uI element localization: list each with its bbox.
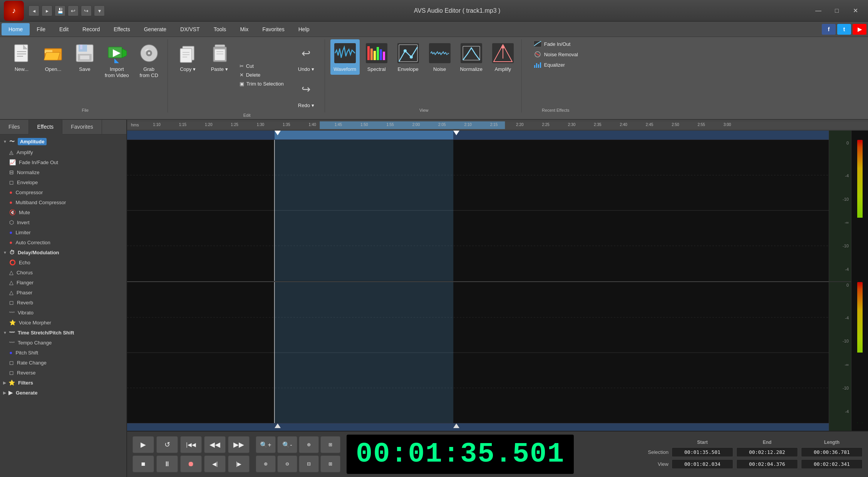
recent-noise-item[interactable]: Noise Removal bbox=[531, 50, 580, 59]
time-stretch-toggle[interactable]: ▼ bbox=[3, 331, 7, 335]
amplitude-toggle[interactable]: ▼ bbox=[3, 139, 7, 144]
menu-mix[interactable]: Mix bbox=[233, 23, 255, 35]
menu-record[interactable]: Record bbox=[75, 23, 107, 35]
trim-button[interactable]: ▣ Trim to Selection bbox=[236, 80, 287, 88]
tree-amplify[interactable]: ◬ Amplify bbox=[0, 147, 126, 157]
tree-rate[interactable]: ◻ Rate Change bbox=[0, 358, 126, 368]
maximize-btn[interactable]: □ bbox=[828, 4, 846, 18]
tree-compressor[interactable]: ● Compressor bbox=[0, 187, 126, 197]
menu-effects[interactable]: Effects bbox=[107, 23, 137, 35]
redo-button[interactable]: ↪ Redo ▾ bbox=[292, 76, 321, 111]
paste-button[interactable]: Paste ▾ bbox=[205, 39, 234, 75]
waveform-view-button[interactable]: Waveform bbox=[330, 39, 360, 75]
tree-filters-group[interactable]: ▶ ⭐ Filters bbox=[0, 378, 126, 388]
forward-btn[interactable]: ▸ bbox=[42, 5, 52, 16]
tab-files[interactable]: Files bbox=[0, 120, 29, 134]
stop-button[interactable]: ■ bbox=[132, 455, 154, 472]
noise-view-button[interactable]: Noise bbox=[425, 39, 454, 75]
pause-button[interactable]: ⏸ bbox=[156, 455, 178, 472]
tree-flanger[interactable]: △ Flanger bbox=[0, 277, 126, 287]
tree-amplitude-group[interactable]: ▼ 〜 Amplitude bbox=[0, 136, 126, 147]
spectral-view-button[interactable]: Spectral bbox=[362, 39, 391, 75]
grab-cd-button[interactable]: Grabfrom CD bbox=[134, 39, 164, 81]
tree-invert[interactable]: ⬡ Invert bbox=[0, 217, 126, 227]
record-button[interactable]: ⏺ bbox=[180, 455, 202, 472]
tree-normalize[interactable]: ⊟ Normalize bbox=[0, 167, 126, 177]
tree-fade[interactable]: 📈 Fade In/Fade Out bbox=[0, 157, 126, 167]
save-button[interactable]: Save bbox=[70, 39, 99, 75]
tree-generate-group[interactable]: ▶ ▶ Generate bbox=[0, 388, 126, 398]
zoom-out-button[interactable]: 🔍- bbox=[277, 436, 297, 453]
selection-end-marker[interactable] bbox=[453, 131, 459, 135]
import-video-button[interactable]: Importfrom Video bbox=[102, 39, 132, 81]
tree-limiter[interactable]: ● Limiter bbox=[0, 227, 126, 237]
selection-start-marker[interactable] bbox=[275, 131, 281, 135]
selection-bar[interactable] bbox=[127, 131, 829, 140]
minimize-btn[interactable]: — bbox=[809, 4, 827, 18]
tree-mute[interactable]: 🔇 Mute bbox=[0, 207, 126, 217]
tab-effects[interactable]: Effects bbox=[29, 120, 63, 134]
menu-help[interactable]: Help bbox=[292, 23, 317, 35]
recent-fade-item[interactable]: Fade In/Out bbox=[531, 39, 580, 49]
zoom-all-button[interactable]: ⊞ bbox=[320, 436, 340, 453]
youtube-btn[interactable]: ▶ bbox=[853, 24, 866, 35]
undo-button[interactable]: ↩ Undo ▾ bbox=[292, 39, 321, 75]
return-button[interactable]: ↺ bbox=[156, 436, 178, 453]
tree-pitch[interactable]: ● Pitch Shift bbox=[0, 348, 126, 358]
copy-button[interactable]: Copy ▾ bbox=[173, 39, 203, 75]
tree-voice-morpher[interactable]: ⭐ Voice Morpher bbox=[0, 317, 126, 328]
open-button[interactable]: Open... bbox=[39, 39, 68, 75]
upper-channel[interactable] bbox=[127, 140, 829, 282]
waveform-canvas[interactable] bbox=[127, 131, 829, 431]
zoom-out3-button[interactable]: ⊟ bbox=[299, 455, 319, 472]
rewind-button[interactable]: ◀◀ bbox=[204, 436, 226, 453]
redo-quick-btn[interactable]: ↪ bbox=[81, 5, 92, 16]
tree-multiband[interactable]: ● Multiband Compressor bbox=[0, 197, 126, 207]
cut-button[interactable]: ✂ Cut bbox=[236, 62, 287, 70]
recent-eq-item[interactable]: Equalizer bbox=[531, 60, 580, 69]
zoom-all2-button[interactable]: ⊞ bbox=[320, 455, 340, 472]
tree-reverb[interactable]: ◻ Reverb bbox=[0, 297, 126, 307]
tree-echo[interactable]: ⭕ Echo bbox=[0, 257, 126, 267]
more-btn[interactable]: ▾ bbox=[94, 5, 105, 16]
envelope-view-button[interactable]: Envelope bbox=[394, 39, 423, 75]
timeline-ruler[interactable]: hms 1:10 1:15 1:20 1:25 1:30 1:35 1:40 1… bbox=[127, 120, 868, 131]
zoom-in-button[interactable]: 🔍+ bbox=[256, 436, 276, 453]
tree-delay-group[interactable]: ▼ ⏱ Delay/Modulation bbox=[0, 247, 126, 257]
menu-edit[interactable]: Edit bbox=[52, 23, 75, 35]
save-quick-btn[interactable]: 💾 bbox=[55, 5, 65, 16]
amplify-view-button[interactable]: Amplify bbox=[488, 39, 518, 75]
menu-home[interactable]: Home bbox=[2, 23, 30, 35]
menu-generate[interactable]: Generate bbox=[137, 23, 173, 35]
zoom-selection-button[interactable]: ⊕ bbox=[299, 436, 319, 453]
menu-file[interactable]: File bbox=[30, 23, 52, 35]
delete-button[interactable]: ✕ Delete bbox=[236, 71, 287, 79]
twitter-btn[interactable]: t bbox=[837, 24, 851, 35]
end-button[interactable]: |▶ bbox=[228, 455, 250, 472]
normalize-view-button[interactable]: Normalize bbox=[457, 39, 486, 75]
menu-dxvst[interactable]: DX/VST bbox=[173, 23, 207, 35]
skip-next-button[interactable]: |◀◀ bbox=[180, 436, 202, 453]
fast-forward-button[interactable]: ▶▶ bbox=[228, 436, 250, 453]
generate-toggle[interactable]: ▶ bbox=[3, 391, 6, 395]
delay-toggle[interactable]: ▼ bbox=[3, 250, 7, 255]
new-button[interactable]: New... bbox=[7, 39, 36, 75]
tree-envelope[interactable]: ◻ Envelope bbox=[0, 177, 126, 187]
tree-reverse[interactable]: ◻ Reverse bbox=[0, 368, 126, 378]
tree-auto-correction[interactable]: ● Auto Correction bbox=[0, 237, 126, 247]
back-btn[interactable]: ◂ bbox=[28, 5, 39, 16]
tree-tempo[interactable]: 〰 Tempo Change bbox=[0, 338, 126, 348]
close-btn[interactable]: ✕ bbox=[846, 4, 864, 18]
tab-favorites[interactable]: Favorites bbox=[62, 120, 102, 134]
begin-button[interactable]: ◀| bbox=[204, 455, 226, 472]
facebook-btn[interactable]: f bbox=[822, 24, 836, 35]
bottom-start-marker[interactable] bbox=[275, 423, 281, 428]
tree-vibrato[interactable]: 〰 Vibrato bbox=[0, 307, 126, 317]
tree-time-stretch-group[interactable]: ▼ 〰 Time Stretch/Pitch Shift bbox=[0, 328, 126, 338]
zoom-in2-button[interactable]: ⊕ bbox=[256, 455, 276, 472]
bottom-end-marker[interactable] bbox=[453, 423, 459, 428]
bottom-selection-bar[interactable] bbox=[127, 423, 829, 431]
filters-toggle[interactable]: ▶ bbox=[3, 381, 6, 385]
tree-chorus[interactable]: △ Chorus bbox=[0, 267, 126, 277]
tree-phaser[interactable]: △ Phaser bbox=[0, 287, 126, 297]
